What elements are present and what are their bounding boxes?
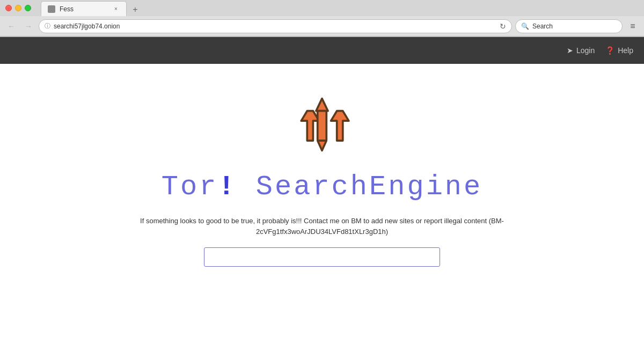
title-tor: Tor	[162, 171, 218, 203]
help-label: Help	[618, 46, 633, 55]
tab-title: Fess	[60, 5, 108, 13]
svg-marker-1	[331, 111, 349, 141]
info-icon: ⓘ	[45, 22, 50, 30]
site-title: Tor! SearchEngine	[162, 171, 483, 203]
site-logo	[290, 96, 354, 160]
title-searchengine: SearchEngine	[256, 171, 482, 203]
title-exclamation: !	[218, 171, 237, 203]
traffic-lights	[5, 5, 31, 11]
site-navbar: ➤ Login ❓ Help	[0, 37, 644, 64]
svg-rect-3	[318, 111, 327, 141]
tab-favicon	[48, 5, 55, 13]
login-nav-item[interactable]: ➤ Login	[567, 46, 595, 55]
site-content: Tor! SearchEngine If something looks to …	[0, 64, 644, 267]
title-bar: Fess × +	[0, 0, 644, 16]
active-tab[interactable]: Fess ×	[41, 1, 127, 16]
close-window-button[interactable]	[5, 5, 12, 11]
url-display: searchi57jlgob74.onion	[54, 23, 496, 30]
login-icon: ➤	[567, 46, 573, 55]
address-bar[interactable]: ⓘ searchi57jlgob74.onion ↻	[39, 19, 512, 33]
svg-marker-4	[318, 141, 327, 150]
browser-chrome: Fess × + ← → ⓘ searchi57jlgob74.onion ↻ …	[0, 0, 644, 37]
tab-close-button[interactable]: ×	[112, 5, 120, 13]
back-button[interactable]: ←	[4, 19, 18, 33]
svg-marker-0	[301, 111, 319, 141]
help-icon: ❓	[605, 46, 614, 55]
browser-search-box[interactable]: 🔍 Search	[515, 19, 623, 33]
new-tab-button[interactable]: +	[129, 3, 142, 16]
browser-search-icon: 🔍	[521, 23, 529, 30]
maximize-window-button[interactable]	[25, 5, 31, 11]
forward-button[interactable]: →	[21, 19, 35, 33]
login-label: Login	[576, 46, 595, 55]
address-bar-row: ← → ⓘ searchi57jlgob74.onion ↻ 🔍 Search …	[0, 16, 644, 36]
help-nav-item[interactable]: ❓ Help	[605, 46, 633, 55]
site-search-input[interactable]	[204, 247, 440, 267]
tab-bar: Fess × +	[35, 0, 639, 16]
site-tagline: If something looks to good to be true, i…	[80, 216, 564, 237]
refresh-icon[interactable]: ↻	[500, 22, 506, 31]
browser-menu-button[interactable]: ≡	[626, 19, 640, 33]
minimize-window-button[interactable]	[15, 5, 21, 11]
browser-search-label: Search	[532, 23, 553, 30]
svg-marker-2	[316, 99, 328, 111]
